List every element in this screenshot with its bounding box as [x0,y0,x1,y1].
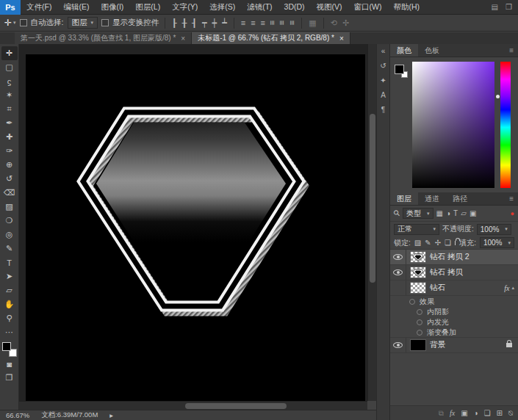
menu-image[interactable]: 图像(I) [95,0,129,14]
3d-rotate-mode-icon[interactable]: ⟲ [330,17,338,29]
tab-channels[interactable]: 通道 [418,192,446,205]
visibility-cell[interactable] [390,250,406,264]
menu-layer[interactable]: 图层(L) [129,0,166,14]
quick-mask-button[interactable]: ◙ [1,357,18,371]
canvas[interactable] [26,54,365,401]
filter-type-dropdown[interactable]: 类型 ▾ [403,208,434,219]
eye-hidden-icon[interactable] [417,330,422,336]
link-layers-icon[interactable]: ⧉ [439,409,444,418]
paragraph-panel-icon[interactable]: ¶ [381,106,385,114]
clone-stamp-tool[interactable]: ⊕ [1,158,18,172]
current-tool-icon[interactable]: ✛ ▾ [4,18,16,28]
lock-position-icon[interactable]: ✢ [435,239,441,247]
screen-mode-button[interactable]: ❐ [1,371,18,385]
distribute-bottom-edges-icon[interactable]: ≡ [260,17,266,29]
vertical-scrollbar-thumb[interactable] [370,114,375,283]
crop-tool[interactable]: ⌗ [1,102,18,116]
show-transform-checkbox[interactable] [101,19,109,26]
fill-dropdown[interactable]: 100% ▾ [480,237,514,248]
properties-panel-icon[interactable]: ✦ [380,76,386,84]
foreground-background-swatches[interactable] [2,342,17,357]
tab-color[interactable]: 颜色 [390,44,418,57]
history-panel-icon[interactable]: ↺ [380,62,386,70]
new-group-icon[interactable]: ❏ [484,409,491,417]
eye-hidden-icon[interactable] [417,319,422,325]
hue-slider-marker[interactable] [496,95,500,98]
layer-thumbnail[interactable] [410,251,426,263]
filter-shape-layers-icon[interactable]: ▱ [461,209,467,217]
new-layer-icon[interactable]: ⊞ [497,409,503,417]
auto-align-layers-icon[interactable]: ▦ [308,17,317,29]
edit-toolbar-icon[interactable]: ⋯ [1,325,18,339]
align-vertical-centers-icon[interactable]: ┿ [212,17,218,29]
document-tab-inactive[interactable]: 第一天.psd @ 33.3% (颜色查找 1, 图层蒙版/8) * × [15,32,192,44]
layer-name[interactable]: 背景 [430,340,445,350]
layer-name[interactable]: 钻石 拷贝 2 [430,252,470,262]
spot-healing-tool[interactable]: ✚ [1,130,18,144]
effect-row-inner-shadow[interactable]: 内阴影 [390,307,518,317]
move-tool[interactable]: ✛ [1,46,18,60]
align-top-edges-icon[interactable]: ┯ [201,17,208,29]
workspace-switcher-icon[interactable]: ▤ [492,3,498,11]
lock-all-icon[interactable] [455,241,456,245]
quick-selection-tool[interactable]: ✶ [1,88,18,102]
align-right-edges-icon[interactable]: ┨ [191,17,198,29]
filter-type-layers-icon[interactable]: T [453,209,458,217]
document-tab-active[interactable]: 未标题-1 @ 66.7% (钻石 拷贝 2, RGB/8) * × [192,32,350,44]
layer-thumbnail[interactable] [410,267,426,278]
menu-3d[interactable]: 3D(D) [278,0,311,14]
filter-toggle-icon[interactable]: ● [511,210,514,217]
collapse-panels-icon[interactable]: « [381,47,386,55]
menu-help[interactable]: 帮助(H) [388,0,426,14]
shape-tool[interactable]: ▱ [1,283,18,297]
delete-layer-icon[interactable]: ⍉ [508,409,513,418]
layer-row-diamond[interactable]: 钻石 fx ▴ [390,280,518,296]
status-options-arrow-icon[interactable]: ▸ [109,411,113,419]
add-layer-mask-icon[interactable]: ▣ [461,409,467,417]
menu-window[interactable]: 窗口(W) [348,0,388,14]
history-brush-tool[interactable]: ↺ [1,172,18,186]
gradient-tool[interactable]: ▨ [1,200,18,214]
visibility-cell[interactable] [390,338,406,352]
layer-thumbnail[interactable] [410,282,426,294]
visibility-cell[interactable] [390,265,406,280]
pen-tool[interactable]: ✎ [1,242,18,256]
filter-adjustment-layers-icon[interactable]: ◑ [446,209,450,217]
dodge-tool[interactable]: ◎ [1,228,18,242]
panel-menu-icon[interactable]: ≡ [509,44,518,57]
foreground-color-swatch[interactable] [2,342,11,351]
foreground-color-swatch[interactable] [395,65,404,74]
align-left-edges-icon[interactable]: ┠ [171,17,178,29]
hue-slider[interactable] [500,62,511,188]
saturation-brightness-field[interactable] [412,62,494,188]
panel-menu-icon[interactable]: ≡ [509,192,518,205]
hand-tool[interactable]: ✋ [1,297,18,311]
horizontal-scrollbar[interactable] [19,401,367,410]
distribute-vertical-centers-icon[interactable]: ≡ [250,17,256,29]
zoom-level-field[interactable]: 66.67% [6,411,29,419]
filter-pixel-layers-icon[interactable]: ▦ [436,209,443,217]
menu-edit[interactable]: 编辑(E) [57,0,95,14]
layer-row-diamond-copy[interactable]: 钻石 拷贝 [390,265,518,280]
rectangular-marquee-tool[interactable]: ▢ [1,60,18,74]
menu-view[interactable]: 视图(V) [311,0,348,14]
layer-style-icon[interactable]: fx [450,409,455,417]
vertical-scrollbar[interactable] [367,44,376,401]
auto-select-checkbox[interactable] [20,19,27,26]
distribute-top-edges-icon[interactable]: ≡ [240,17,246,29]
layer-thumbnail[interactable] [410,339,426,351]
layer-name[interactable]: 钻石 拷贝 [430,267,463,278]
3d-pan-mode-icon[interactable]: ✢ [342,17,350,29]
lock-transparent-pixels-icon[interactable]: ▨ [414,239,421,247]
layer-effects-badge[interactable]: fx [504,284,509,292]
auto-select-target-dropdown[interactable]: 图层 ▾ [68,17,98,29]
type-tool[interactable]: T [1,256,18,269]
opacity-dropdown[interactable]: 100% ▾ [477,224,511,235]
effect-row-gradient-overlay[interactable]: 渐变叠加 [390,327,518,338]
lock-image-pixels-icon[interactable]: ✎ [425,239,431,247]
tab-swatches[interactable]: 色板 [418,44,446,57]
eye-hidden-icon[interactable] [417,309,422,315]
layer-row-diamond-copy-2[interactable]: 钻石 拷贝 2 [390,250,518,265]
blur-tool[interactable]: ❍ [1,214,18,228]
path-selection-tool[interactable]: ➤ [1,269,18,283]
